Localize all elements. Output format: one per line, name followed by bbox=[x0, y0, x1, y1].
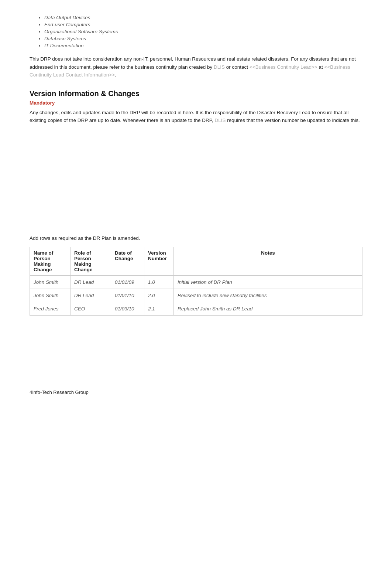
intro-text-at: at bbox=[317, 64, 324, 70]
mandatory-label: Mandatory bbox=[30, 100, 362, 106]
row-1-date: 01/01/09 bbox=[111, 275, 144, 289]
list-item: Organizational Software Systems bbox=[44, 29, 362, 34]
list-item: IT Documentation bbox=[44, 43, 362, 48]
table-header-version: Version Number bbox=[144, 247, 174, 275]
list-item: Database Systems bbox=[44, 36, 362, 41]
row-3-version: 2.1 bbox=[144, 302, 174, 315]
section-body-text-end: requires that the version number be upda… bbox=[226, 118, 360, 123]
row-2-name: John Smith bbox=[30, 289, 71, 302]
table-row: John Smith DR Lead 01/01/09 1.0 Initial … bbox=[30, 275, 362, 289]
list-item: Data Output Devices bbox=[44, 15, 362, 20]
row-2-date: 01/01/10 bbox=[111, 289, 144, 302]
footer-text: 4Info-Tech Research Group bbox=[30, 389, 362, 395]
intro-text-or-contact: or contact bbox=[225, 64, 250, 70]
row-1-role: DR Lead bbox=[71, 275, 111, 289]
section-body: Any changes, edits and updates made to t… bbox=[30, 109, 362, 125]
intro-dlis-ref: DLIS bbox=[214, 64, 225, 70]
intro-paragraph: This DRP does not take into consideratio… bbox=[30, 55, 362, 79]
table-header-notes: Notes bbox=[174, 247, 362, 275]
row-3-date: 01/03/10 bbox=[111, 302, 144, 315]
table-row: Fred Jones CEO 01/03/10 2.1 Replaced Joh… bbox=[30, 302, 362, 315]
table-header-role: Role of Person Making Change bbox=[71, 247, 111, 275]
row-2-role: DR Lead bbox=[71, 289, 111, 302]
section-dlis-ref: DLIS bbox=[215, 118, 226, 123]
row-1-name: John Smith bbox=[30, 275, 71, 289]
row-1-notes: Initial version of DR Plan bbox=[174, 275, 362, 289]
intro-business-lead: <<Business Continuity Lead>> bbox=[250, 64, 317, 70]
row-2-version: 2.0 bbox=[144, 289, 174, 302]
list-item: End-user Computers bbox=[44, 22, 362, 27]
row-2-notes: Revised to include new standby facilitie… bbox=[174, 289, 362, 302]
version-changes-table: Name of Person Making Change Role of Per… bbox=[30, 247, 362, 316]
intro-text-end: . bbox=[115, 72, 116, 78]
row-1-version: 1.0 bbox=[144, 275, 174, 289]
row-3-role: CEO bbox=[71, 302, 111, 315]
table-header-date: Date of Change bbox=[111, 247, 144, 275]
row-3-name: Fred Jones bbox=[30, 302, 71, 315]
table-row: John Smith DR Lead 01/01/10 2.0 Revised … bbox=[30, 289, 362, 302]
section-title: Version Information & Changes bbox=[30, 89, 362, 98]
row-3-notes: Replaced John Smith as DR Lead bbox=[174, 302, 362, 315]
add-rows-note: Add rows as required as the DR Plan is a… bbox=[30, 235, 362, 241]
bullet-list: Data Output Devices End-user Computers O… bbox=[30, 15, 362, 48]
table-header-name: Name of Person Making Change bbox=[30, 247, 71, 275]
